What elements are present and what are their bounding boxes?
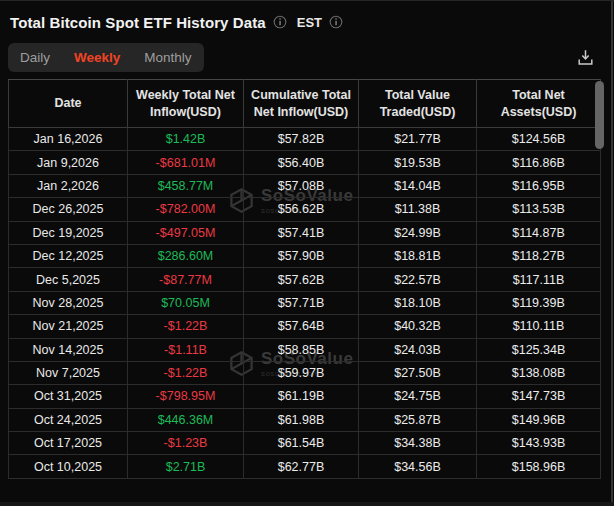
cell-net-assets: $116.86B [477, 151, 601, 174]
table-row: Nov 21,2025-$1.22B$57.64B$40.32B$110.11B [9, 315, 601, 338]
cell-net-assets: $147.73B [477, 385, 601, 408]
table-header-row: Date Weekly Total Net Inflow(USD) Cumula… [9, 80, 601, 128]
etf-history-table: Date Weekly Total Net Inflow(USD) Cumula… [8, 79, 601, 479]
cell-weekly-inflow: $446.36M [128, 408, 244, 431]
table-row: Oct 17,2025-$1.23B$61.54B$34.38B$143.93B [9, 432, 601, 455]
cell-net-assets: $143.93B [477, 432, 601, 455]
table-row: Dec 5,2025-$87.77M$57.62B$22.57B$117.11B [9, 268, 601, 291]
col-header-date: Date [9, 80, 128, 128]
cell-date: Oct 31,2025 [9, 385, 128, 408]
table-row: Jan 2,2026$458.77M$57.08B$14.04B$116.95B [9, 174, 601, 197]
cell-cumulative-inflow: $61.19B [244, 385, 359, 408]
table-row: Oct 31,2025-$798.95M$61.19B$24.75B$147.7… [9, 385, 601, 408]
page-title: Total Bitcoin Spot ETF History Data [10, 14, 266, 31]
cell-weekly-inflow: -$681.01M [128, 151, 244, 174]
download-button[interactable] [573, 45, 597, 69]
table-row: Oct 10,2025$2.71B$62.77B$34.56B$158.96B [9, 455, 601, 478]
cell-date: Dec 12,2025 [9, 244, 128, 267]
table-body: Jan 16,2026$1.42B$57.82B$21.77B$124.56BJ… [9, 128, 601, 479]
cell-cumulative-inflow: $58.85B [244, 338, 359, 361]
cell-weekly-inflow: -$1.11B [128, 338, 244, 361]
cell-weekly-inflow: -$798.95M [128, 385, 244, 408]
cell-net-assets: $114.87B [477, 221, 601, 244]
panel-header: Total Bitcoin Spot ETF History Data EST [10, 12, 343, 32]
cell-net-assets: $119.39B [477, 291, 601, 314]
cell-cumulative-inflow: $56.40B [244, 151, 359, 174]
cell-weekly-inflow: -$782.00M [128, 198, 244, 221]
table-row: Dec 26,2025-$782.00M$56.62B$11.38B$113.5… [9, 198, 601, 221]
cell-net-assets: $138.08B [477, 361, 601, 384]
cell-cumulative-inflow: $61.98B [244, 408, 359, 431]
cell-net-assets: $110.11B [477, 315, 601, 338]
cell-weekly-inflow: -$497.05M [128, 221, 244, 244]
timezone-label: EST [297, 15, 322, 30]
cell-cumulative-inflow: $61.54B [244, 432, 359, 455]
cell-value-traded: $21.77B [359, 128, 477, 151]
table-row: Oct 24,2025$446.36M$61.98B$25.87B$149.96… [9, 408, 601, 431]
cell-value-traded: $22.57B [359, 268, 477, 291]
cell-net-assets: $125.34B [477, 338, 601, 361]
etf-history-panel: Total Bitcoin Spot ETF History Data EST … [0, 0, 614, 506]
tab-daily[interactable]: Daily [20, 50, 50, 65]
table-row: Nov 14,2025-$1.11B$58.85B$24.03B$125.34B [9, 338, 601, 361]
cell-weekly-inflow: $70.05M [128, 291, 244, 314]
cell-net-assets: $117.11B [477, 268, 601, 291]
cell-net-assets: $113.53B [477, 198, 601, 221]
cell-net-assets: $149.96B [477, 408, 601, 431]
cell-cumulative-inflow: $57.90B [244, 244, 359, 267]
tab-weekly[interactable]: Weekly [74, 50, 120, 65]
table-row: Nov 7,2025-$1.22B$59.97B$27.50B$138.08B [9, 361, 601, 384]
cell-date: Dec 5,2025 [9, 268, 128, 291]
cell-date: Oct 24,2025 [9, 408, 128, 431]
cell-date: Oct 17,2025 [9, 432, 128, 455]
cell-cumulative-inflow: $57.64B [244, 315, 359, 338]
cell-weekly-inflow: -$1.23B [128, 432, 244, 455]
cell-cumulative-inflow: $57.41B [244, 221, 359, 244]
cell-cumulative-inflow: $62.77B [244, 455, 359, 478]
cell-value-traded: $18.81B [359, 244, 477, 267]
cell-value-traded: $34.38B [359, 432, 477, 455]
col-header-weekly-inflow: Weekly Total Net Inflow(USD) [128, 80, 244, 128]
cell-weekly-inflow: -$1.22B [128, 361, 244, 384]
tab-monthly[interactable]: Monthly [144, 50, 191, 65]
cell-cumulative-inflow: $57.82B [244, 128, 359, 151]
cell-date: Jan 16,2026 [9, 128, 128, 151]
interval-tabs: Daily Weekly Monthly [8, 43, 204, 72]
cell-value-traded: $14.04B [359, 174, 477, 197]
cell-value-traded: $24.99B [359, 221, 477, 244]
cell-date: Nov 21,2025 [9, 315, 128, 338]
bottom-strip [0, 502, 614, 506]
cell-cumulative-inflow: $57.62B [244, 268, 359, 291]
cell-value-traded: $24.03B [359, 338, 477, 361]
cell-date: Jan 2,2026 [9, 174, 128, 197]
vertical-scrollbar-thumb[interactable] [595, 81, 604, 149]
table-row: Nov 28,2025$70.05M$57.71B$18.10B$119.39B [9, 291, 601, 314]
cell-date: Dec 19,2025 [9, 221, 128, 244]
cell-net-assets: $158.96B [477, 455, 601, 478]
cell-date: Nov 14,2025 [9, 338, 128, 361]
cell-value-traded: $34.56B [359, 455, 477, 478]
cell-date: Nov 28,2025 [9, 291, 128, 314]
table-row: Dec 12,2025$286.60M$57.90B$18.81B$118.27… [9, 244, 601, 267]
cell-weekly-inflow: -$87.77M [128, 268, 244, 291]
cell-weekly-inflow: $1.42B [128, 128, 244, 151]
cell-value-traded: $11.38B [359, 198, 477, 221]
cell-value-traded: $19.53B [359, 151, 477, 174]
cell-weekly-inflow: $458.77M [128, 174, 244, 197]
table-row: Jan 9,2026-$681.01M$56.40B$19.53B$116.86… [9, 151, 601, 174]
col-header-value-traded: Total Value Traded(USD) [359, 80, 477, 128]
cell-cumulative-inflow: $57.71B [244, 291, 359, 314]
table-row: Dec 19,2025-$497.05M$57.41B$24.99B$114.8… [9, 221, 601, 244]
table-row: Jan 16,2026$1.42B$57.82B$21.77B$124.56B [9, 128, 601, 151]
cell-cumulative-inflow: $57.08B [244, 174, 359, 197]
cell-date: Oct 10,2025 [9, 455, 128, 478]
cell-net-assets: $124.56B [477, 128, 601, 151]
title-info-icon[interactable] [273, 15, 287, 29]
cell-cumulative-inflow: $59.97B [244, 361, 359, 384]
cell-weekly-inflow: $286.60M [128, 244, 244, 267]
cell-net-assets: $118.27B [477, 244, 601, 267]
cell-weekly-inflow: $2.71B [128, 455, 244, 478]
cell-value-traded: $25.87B [359, 408, 477, 431]
col-header-net-assets: Total Net Assets(USD) [477, 80, 601, 128]
timezone-info-icon[interactable] [329, 15, 343, 29]
